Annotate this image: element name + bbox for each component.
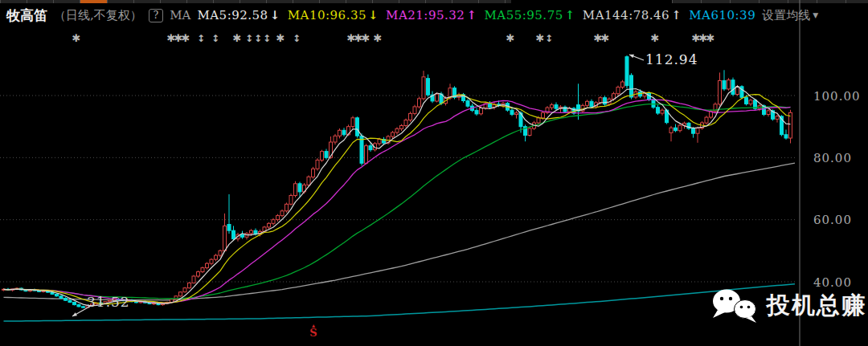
ma-values-row: MA5:92.58↓MA10:96.35↓MA21:95.32↑MA55:95.… bbox=[197, 8, 755, 22]
ma-settings-button[interactable]: 设置均线 ▼ bbox=[762, 8, 818, 23]
signal-label: S bbox=[309, 328, 317, 338]
event-updown-icon: ↕ bbox=[197, 33, 205, 44]
candle bbox=[719, 72, 722, 105]
chart-header: 牧高笛 （日线,不复权） ? MA MA5:92.58↓MA10:96.35↓M… bbox=[6, 6, 818, 25]
ma-value-ma610: MA610:39 bbox=[689, 8, 755, 22]
candle bbox=[413, 105, 416, 116]
period-label: （日线,不复权） bbox=[54, 8, 142, 23]
candle bbox=[767, 109, 770, 116]
candle bbox=[338, 128, 342, 138]
candle bbox=[493, 103, 496, 110]
trend-arrow-icon: ↑ bbox=[671, 8, 682, 22]
event-updown-icon: ↕ bbox=[545, 33, 553, 44]
candle bbox=[227, 194, 231, 234]
candle bbox=[789, 110, 792, 144]
candle bbox=[510, 108, 514, 116]
candle bbox=[657, 105, 660, 115]
candle bbox=[276, 214, 280, 222]
candle bbox=[215, 254, 218, 261]
candle bbox=[73, 302, 76, 306]
candle bbox=[731, 78, 735, 96]
low-price-annotation: 31.52 bbox=[87, 294, 130, 310]
candle bbox=[678, 124, 682, 132]
candle bbox=[245, 232, 248, 239]
y-axis-label: 80.00 bbox=[813, 151, 852, 165]
trend-arrow-icon: ↑ bbox=[466, 8, 477, 22]
candle bbox=[427, 75, 430, 97]
candle bbox=[528, 127, 531, 136]
candle bbox=[395, 127, 399, 134]
event-updown-icon: ↕ bbox=[293, 33, 301, 44]
candle bbox=[268, 222, 271, 230]
candle bbox=[577, 83, 580, 120]
candle bbox=[515, 111, 518, 118]
event-star-icon: ✱ bbox=[536, 32, 545, 44]
watermark-text: 投机总赚 bbox=[767, 290, 866, 322]
candle bbox=[280, 210, 284, 218]
help-button[interactable]: ? bbox=[149, 9, 163, 22]
candle bbox=[723, 70, 726, 91]
candle bbox=[453, 86, 457, 99]
candle bbox=[342, 128, 346, 136]
y-axis-label: 60.00 bbox=[813, 213, 852, 227]
candle bbox=[312, 167, 315, 179]
event-star-icon: ✱ bbox=[233, 32, 242, 44]
candle bbox=[687, 122, 690, 130]
candle bbox=[621, 80, 624, 89]
candle bbox=[285, 202, 289, 212]
candle bbox=[409, 112, 412, 122]
candle bbox=[418, 97, 421, 109]
event-star-icon: ✱ bbox=[506, 32, 515, 44]
trend-arrow-icon: ↓ bbox=[368, 8, 379, 22]
candle bbox=[404, 119, 407, 128]
candle bbox=[223, 214, 227, 252]
candle bbox=[714, 103, 717, 114]
candle bbox=[727, 78, 731, 91]
peak-price-annotation: 112.94 bbox=[645, 51, 698, 67]
candle bbox=[625, 55, 628, 88]
candle bbox=[674, 124, 678, 132]
candle bbox=[219, 250, 222, 258]
candle bbox=[696, 127, 699, 143]
ma-value-ma5: MA5:92.58↓ bbox=[197, 8, 280, 22]
candle bbox=[325, 149, 328, 160]
candle bbox=[197, 271, 200, 278]
event-updown-icon: ↕ bbox=[211, 33, 219, 44]
event-updown-icon: ↕ bbox=[245, 33, 253, 44]
candle bbox=[563, 105, 567, 113]
stock-chart-window: 牧高笛 （日线,不复权） ? MA MA5:92.58↓MA10:96.35↓M… bbox=[0, 0, 868, 346]
peak-annotation-arrow-head bbox=[629, 55, 634, 58]
candle bbox=[784, 130, 788, 140]
candle bbox=[59, 295, 63, 299]
candle bbox=[192, 275, 195, 284]
y-axis-label: 100.00 bbox=[813, 89, 861, 104]
candle bbox=[546, 106, 549, 114]
candle bbox=[64, 297, 68, 301]
wechat-icon bbox=[709, 287, 759, 324]
candle bbox=[475, 108, 478, 116]
candle bbox=[360, 133, 363, 165]
event-star-icon: ✱ bbox=[601, 32, 610, 44]
candle bbox=[776, 115, 779, 123]
candle bbox=[740, 85, 743, 99]
candle bbox=[356, 116, 359, 137]
ma-settings-label: 设置均线 bbox=[762, 8, 810, 23]
trend-arrow-icon: ↓ bbox=[270, 8, 280, 22]
candle bbox=[289, 193, 293, 206]
candle bbox=[749, 99, 752, 106]
candle bbox=[272, 218, 275, 226]
event-star-icon: ✱ bbox=[651, 32, 660, 44]
ma-value-ma21: MA21:95.32↑ bbox=[386, 8, 477, 22]
candle bbox=[351, 116, 354, 129]
candle bbox=[365, 144, 368, 165]
ma-indicator-label: MA bbox=[170, 8, 190, 22]
candle bbox=[334, 134, 337, 145]
event-star-icon: ✱ bbox=[374, 32, 383, 44]
candle bbox=[705, 116, 708, 124]
ma-line-ma10 bbox=[4, 92, 791, 303]
event-updown-icon: ↕ bbox=[254, 33, 262, 44]
event-star-icon: ✱ bbox=[276, 32, 285, 44]
event-star-icon: ✱ bbox=[182, 32, 190, 44]
candle bbox=[321, 150, 324, 162]
ma-line-ma5 bbox=[4, 86, 791, 306]
